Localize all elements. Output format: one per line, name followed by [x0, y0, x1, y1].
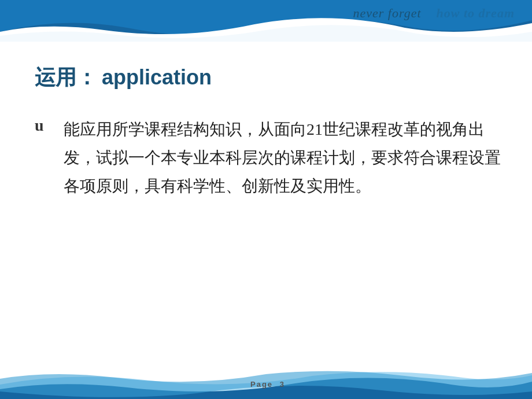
content-area: 运用：application u 能应用所学课程结构知识，从面向21世纪课程改革…: [35, 52, 509, 359]
bullet-text: 能应用所学课程结构知识，从面向21世纪课程改革的视角出发，试拟一个本专业本科层次…: [64, 115, 509, 200]
page-num: 3: [280, 380, 285, 389]
page-label: Page: [250, 380, 273, 389]
title-chinese: 运用：: [35, 65, 97, 89]
title-english: application: [102, 65, 212, 89]
bullet-marker: u: [35, 116, 52, 135]
bullet-section: u 能应用所学课程结构知识，从面向21世纪课程改革的视角出发，试拟一个本专业本科…: [35, 115, 509, 200]
slide-title: 运用：application: [35, 64, 509, 92]
slide-container: never forget how to dream 运用：application…: [0, 0, 532, 399]
tagline-part1: never forget: [353, 6, 421, 20]
header-tagline: never forget how to dream: [353, 6, 515, 21]
page-number: Page 3: [247, 380, 285, 389]
tagline-part2: how to dream: [437, 6, 515, 20]
